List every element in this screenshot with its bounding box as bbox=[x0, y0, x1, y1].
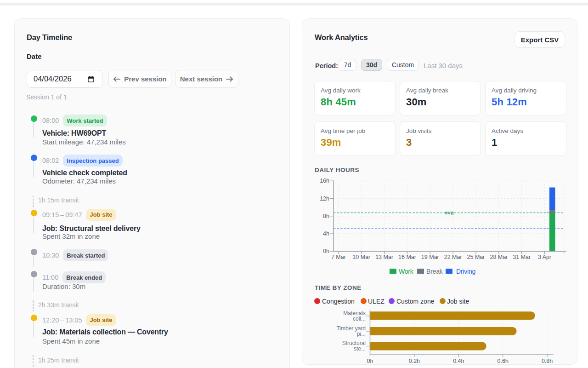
svg-text:0.8h: 0.8h bbox=[542, 358, 553, 364]
svg-text:0.6h: 0.6h bbox=[498, 358, 509, 364]
svg-text:3 Apr: 3 Apr bbox=[538, 254, 551, 260]
svg-text:4h: 4h bbox=[323, 230, 329, 237]
svg-text:pi...: pi... bbox=[357, 331, 366, 337]
svg-text:0.2h: 0.2h bbox=[409, 358, 420, 364]
svg-text:16 Mar: 16 Mar bbox=[398, 254, 416, 260]
svg-text:12h: 12h bbox=[320, 196, 329, 202]
svg-text:7 Mar: 7 Mar bbox=[331, 254, 346, 260]
svg-text:0.4h: 0.4h bbox=[453, 358, 464, 364]
svg-text:avg: avg bbox=[445, 210, 454, 215]
svg-text:0h: 0h bbox=[323, 248, 329, 254]
svg-text:28 Mar: 28 Mar bbox=[490, 254, 508, 260]
svg-text:16h: 16h bbox=[320, 178, 329, 184]
svg-text:coll...: coll... bbox=[353, 316, 366, 322]
svg-text:10 Mar: 10 Mar bbox=[352, 254, 370, 260]
svg-text:19 Mar: 19 Mar bbox=[421, 254, 439, 260]
svg-text:0h: 0h bbox=[367, 358, 373, 364]
svg-text:13 Mar: 13 Mar bbox=[375, 254, 393, 260]
svg-text:ste...: ste... bbox=[354, 345, 366, 352]
svg-text:25 Mar: 25 Mar bbox=[467, 254, 485, 260]
svg-text:31 Mar: 31 Mar bbox=[513, 254, 531, 260]
svg-text:22 Mar: 22 Mar bbox=[444, 254, 462, 260]
svg-text:8h: 8h bbox=[323, 213, 329, 219]
